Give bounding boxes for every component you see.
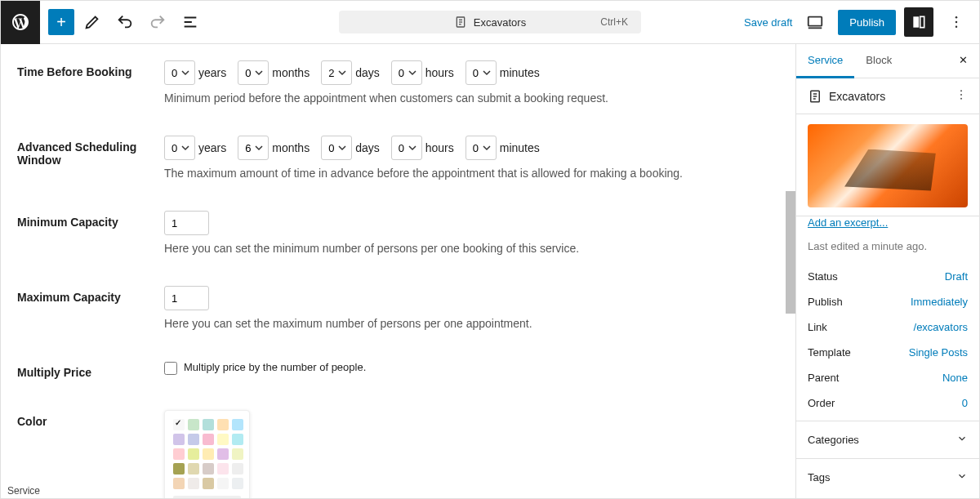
color-field: Color More (17, 410, 795, 498)
field-hint: Here you can set the maximum number of p… (164, 317, 795, 330)
field-label: Time Before Booking (17, 60, 164, 105)
redo-button[interactable] (143, 7, 172, 37)
parent-row[interactable]: ParentNone (796, 365, 979, 390)
field-hint: The maximum amount of time in advance be… (164, 167, 795, 180)
months-select[interactable]: 6 (238, 136, 269, 160)
save-draft-button[interactable]: Save draft (744, 16, 792, 29)
edit-icon[interactable] (78, 7, 107, 37)
link-row[interactable]: Link/excavators (796, 314, 979, 340)
color-swatch[interactable] (188, 478, 199, 489)
years-select[interactable]: 0 (164, 60, 195, 85)
status-row[interactable]: StatusDraft (796, 264, 979, 289)
color-swatch[interactable] (188, 434, 199, 445)
min-capacity-field: Minimum Capacity Here you can set the mi… (17, 211, 795, 255)
color-swatch[interactable] (188, 419, 199, 430)
color-swatch[interactable] (217, 478, 229, 489)
color-swatch[interactable] (232, 419, 243, 430)
publish-button[interactable]: Publish (838, 10, 896, 35)
svg-point-16 (960, 94, 962, 96)
max-capacity-input[interactable] (164, 286, 209, 310)
categories-panel[interactable]: Categories (796, 421, 979, 458)
editor-canvas: Time Before Booking 0years 0months 2days… (1, 44, 795, 498)
multiply-checkbox-label[interactable]: Multiply price by the number of people. (164, 361, 366, 373)
color-swatch[interactable] (203, 478, 214, 489)
color-swatch[interactable] (203, 434, 214, 445)
color-swatch[interactable] (217, 463, 229, 474)
document-title: Excavators (474, 16, 526, 29)
chevron-down-icon (956, 433, 968, 447)
field-hint: Here you can set the minimum number of p… (164, 242, 795, 255)
color-swatch[interactable] (173, 463, 185, 474)
field-label: Multiply Price (17, 361, 164, 379)
field-label: Maximum Capacity (17, 286, 164, 330)
svg-point-9 (956, 21, 958, 24)
color-picker: More (164, 410, 250, 498)
tab-block[interactable]: Block (854, 44, 903, 78)
order-row[interactable]: Order0 (796, 390, 979, 421)
minutes-select[interactable]: 0 (466, 136, 497, 160)
post-title: Excavators (829, 90, 885, 103)
hours-select[interactable]: 0 (391, 60, 422, 85)
color-swatch[interactable] (232, 448, 243, 460)
post-actions-button[interactable] (955, 88, 968, 104)
color-swatch[interactable] (217, 419, 229, 430)
advanced-scheduling-field: Advanced Scheduling Window 0years 6month… (17, 136, 795, 180)
block-breadcrumb[interactable]: Service (1, 483, 47, 498)
years-select[interactable]: 0 (164, 136, 195, 160)
min-capacity-input[interactable] (164, 211, 209, 235)
color-swatch[interactable] (203, 448, 214, 460)
close-sidebar-button[interactable]: ✕ (947, 44, 979, 78)
svg-point-15 (960, 90, 962, 91)
tags-panel[interactable]: Tags (796, 458, 979, 496)
preview-button[interactable] (800, 7, 830, 37)
hours-select[interactable]: 0 (391, 136, 422, 160)
svg-rect-6 (913, 16, 919, 27)
color-swatch[interactable] (232, 478, 243, 489)
document-title-bar[interactable]: Excavators Ctrl+K (339, 11, 641, 33)
tab-service[interactable]: Service (796, 44, 854, 78)
last-edited-text: Last edited a minute ago. (808, 240, 927, 252)
color-swatch[interactable] (173, 448, 185, 460)
color-swatch[interactable] (173, 478, 185, 489)
field-label: Minimum Capacity (17, 211, 164, 255)
color-swatch[interactable] (217, 448, 229, 460)
add-block-button[interactable]: + (48, 9, 74, 35)
field-label: Advanced Scheduling Window (17, 136, 164, 180)
multiply-checkbox[interactable] (164, 362, 177, 375)
color-swatch[interactable] (173, 434, 185, 445)
svg-rect-7 (920, 16, 924, 27)
undo-button[interactable] (110, 7, 140, 37)
days-select[interactable]: 2 (321, 60, 352, 85)
scrollbar-thumb[interactable] (786, 191, 795, 314)
settings-toggle-button[interactable] (904, 7, 933, 37)
minutes-select[interactable]: 0 (466, 60, 497, 85)
featured-image[interactable] (808, 124, 968, 207)
color-swatch[interactable] (173, 419, 185, 430)
add-excerpt-link[interactable]: Add an excerpt... (808, 216, 888, 229)
svg-point-10 (956, 26, 958, 29)
svg-rect-4 (808, 17, 822, 26)
color-swatch[interactable] (232, 463, 243, 474)
field-hint: Minimum period before the appointment wh… (164, 91, 795, 105)
days-select[interactable]: 0 (321, 136, 352, 160)
template-row[interactable]: TemplateSingle Posts (796, 340, 979, 365)
multiply-price-field: Multiply Price Multiply price by the num… (17, 361, 795, 379)
chevron-down-icon (956, 470, 968, 484)
document-overview-button[interactable] (176, 7, 205, 37)
document-icon (808, 89, 822, 104)
document-icon (454, 16, 467, 29)
color-swatch[interactable] (217, 434, 229, 445)
more-colors-button[interactable]: More (173, 496, 241, 498)
color-swatch[interactable] (203, 419, 214, 430)
months-select[interactable]: 0 (238, 60, 269, 85)
color-swatch[interactable] (188, 463, 199, 474)
color-swatch[interactable] (232, 434, 243, 445)
color-swatch[interactable] (203, 463, 214, 474)
color-swatch[interactable] (188, 448, 199, 460)
svg-point-17 (960, 98, 962, 100)
options-button[interactable] (942, 7, 971, 37)
keyboard-shortcut: Ctrl+K (600, 16, 628, 28)
publish-row[interactable]: PublishImmediately (796, 289, 979, 314)
wordpress-logo[interactable] (1, 1, 40, 44)
time-before-booking-field: Time Before Booking 0years 0months 2days… (17, 60, 795, 105)
